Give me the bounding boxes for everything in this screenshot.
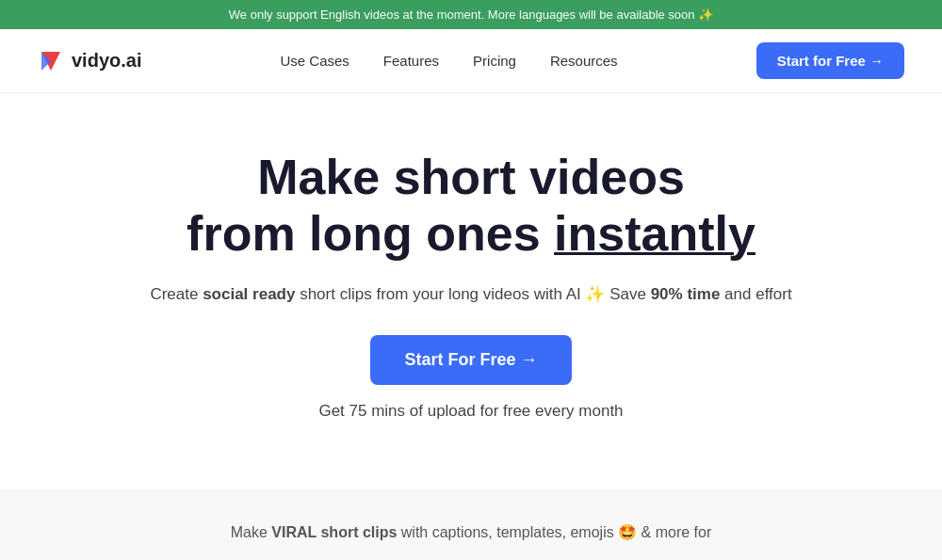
hero-headline-line2: from long ones [187, 206, 541, 261]
hero-sub-3: and effort [724, 285, 792, 303]
logo[interactable]: vidyo.ai [38, 48, 141, 74]
nav-start-free-button[interactable]: Start for Free → [756, 42, 904, 79]
hero-headline-emphasis: instantly [554, 206, 755, 261]
sparkle-icon: ✨ [698, 8, 713, 22]
nav-pricing[interactable]: Pricing [473, 53, 516, 69]
hero-headline: Make short videos from long ones instant… [38, 150, 904, 263]
logo-icon [38, 48, 64, 74]
announcement-banner: We only support English videos at the mo… [0, 0, 942, 29]
social-intro-text: Make VIRAL short clips with captions, te… [38, 523, 904, 541]
hero-start-free-button[interactable]: Start For Free → [370, 335, 571, 385]
nav-resources[interactable]: Resources [550, 53, 618, 69]
social-rest: with captions, templates, emojis 🤩 & mor… [401, 524, 711, 540]
hero-sub-1: Create [150, 285, 198, 303]
hero-sub-2: short clips from your long videos with A… [300, 285, 646, 303]
hero-subtext: Create social ready short clips from you… [38, 281, 904, 307]
banner-text: We only support English videos at the mo… [229, 8, 695, 22]
hero-sub-note: Get 75 mins of upload for free every mon… [38, 398, 904, 424]
nav-features[interactable]: Features [383, 53, 439, 69]
hero-sub-bold2: 90% time [651, 285, 721, 303]
nav-links: Use Cases Features Pricing Resources [281, 53, 618, 70]
nav-use-cases[interactable]: Use Cases [281, 53, 349, 69]
navbar: vidyo.ai Use Cases Features Pricing Reso… [0, 29, 942, 93]
social-bold-phrase: VIRAL short clips [271, 524, 397, 540]
social-intro-make: Make [231, 524, 268, 540]
hero-sub-bold1: social ready [203, 285, 295, 303]
hero-headline-line1: Make short videos [257, 150, 685, 204]
logo-text: vidyo.ai [72, 50, 141, 72]
social-proof-strip: Make VIRAL short clips with captions, te… [0, 489, 942, 560]
hero-section: Make short videos from long ones instant… [0, 93, 942, 489]
